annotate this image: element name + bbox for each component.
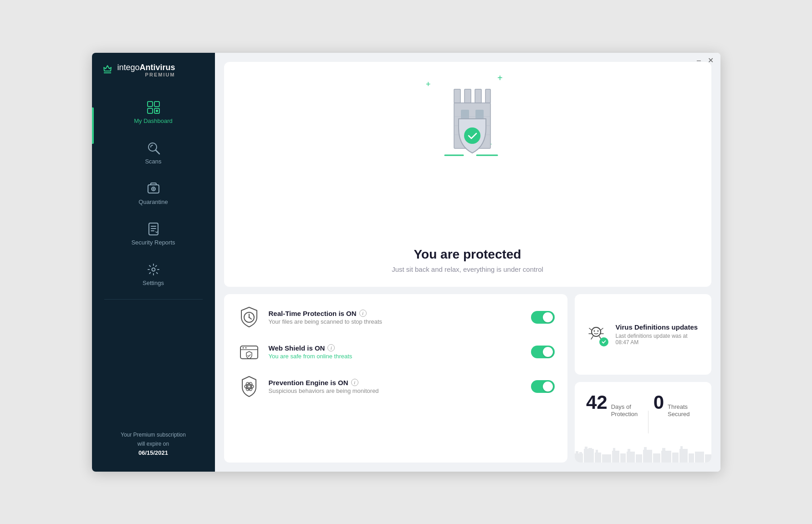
virus-check-badge xyxy=(599,337,608,346)
threats-label: Threats Secured xyxy=(668,403,700,419)
svg-rect-20 xyxy=(485,89,490,103)
sidebar-nav: My Dashboard Scans xyxy=(92,92,215,295)
hero-card: + + + xyxy=(224,62,711,287)
svg-rect-53 xyxy=(585,447,587,449)
svg-rect-67 xyxy=(661,451,671,463)
realtime-protection-title: Real-Time Protection is ON i xyxy=(269,310,524,317)
webshield-info-icon[interactable]: i xyxy=(327,344,335,351)
prevention-text: Prevention Engine is ON i Suspicious beh… xyxy=(269,379,524,394)
security-reports-icon xyxy=(146,222,161,236)
hero-text: You are protected Just sit back and rela… xyxy=(392,247,543,273)
sidebar-item-security-reports[interactable]: Security Reports xyxy=(92,214,215,254)
svg-rect-21 xyxy=(461,110,469,120)
prevention-desc: Suspicious behaviors are being monitored xyxy=(269,387,524,394)
sidebar: intego Antivirus PREMIUM xyxy=(92,53,215,472)
realtime-toggle[interactable] xyxy=(531,311,555,324)
prevention-toggle[interactable] xyxy=(531,380,555,393)
settings-icon xyxy=(146,262,161,277)
threats-secured-stat: 0 Threats Secured xyxy=(654,393,700,419)
prevention-icon-wrap xyxy=(237,374,261,399)
svg-rect-71 xyxy=(680,446,683,449)
sidebar-divider xyxy=(104,299,203,300)
svg-rect-0 xyxy=(148,102,153,107)
svg-rect-49 xyxy=(575,453,583,463)
logo-icon xyxy=(101,63,114,78)
sidebar-item-quarantine[interactable]: Quarantine xyxy=(92,173,215,214)
sidebar-item-scans-label: Scans xyxy=(145,158,161,165)
hero-title: You are protected xyxy=(392,247,543,262)
sidebar-item-settings-label: Settings xyxy=(143,280,164,286)
days-number: 42 xyxy=(586,393,608,412)
svg-point-42 xyxy=(597,331,598,332)
close-button[interactable]: ✕ xyxy=(708,57,714,64)
webshield-toggle[interactable] xyxy=(531,346,555,358)
hero-subtitle: Just sit back and relax, everything is u… xyxy=(392,265,543,273)
svg-rect-55 xyxy=(595,453,601,463)
scans-icon xyxy=(146,141,161,155)
right-column: Virus Definitions updates Last definitio… xyxy=(575,294,711,463)
svg-rect-1 xyxy=(154,102,159,107)
webshield-title: Web Shield is ON i xyxy=(269,344,524,352)
realtime-protection-text: Real-Time Protection is ON i Your files … xyxy=(269,310,524,325)
svg-rect-61 xyxy=(627,452,635,463)
svg-line-47 xyxy=(591,336,593,339)
svg-point-40 xyxy=(592,327,601,336)
webshield-item: Web Shield is ON i You are safe from onl… xyxy=(237,340,555,364)
threats-number: 0 xyxy=(654,393,664,412)
prevention-item: Prevention Engine is ON i Suspicious beh… xyxy=(237,374,555,399)
virus-def-desc: Last definitions update was at 08:47 AM xyxy=(616,333,702,346)
svg-rect-69 xyxy=(672,453,679,463)
logo-text: intego Antivirus PREMIUM xyxy=(117,63,175,78)
svg-rect-73 xyxy=(695,452,704,463)
svg-point-41 xyxy=(593,331,595,332)
subscription-date: 06/15/2021 xyxy=(138,449,168,456)
svg-line-44 xyxy=(601,328,603,330)
prevention-info-icon[interactable]: i xyxy=(351,379,358,386)
svg-rect-19 xyxy=(475,89,481,103)
protection-card: Real-Time Protection is ON i Your files … xyxy=(224,294,567,463)
days-protection-stat: 42 Days of Protection xyxy=(586,393,643,419)
virus-def-title: Virus Definitions updates xyxy=(616,323,702,331)
sidebar-item-scans[interactable]: Scans xyxy=(92,132,215,173)
svg-rect-65 xyxy=(644,447,647,450)
app-logo: intego Antivirus PREMIUM xyxy=(92,53,215,87)
virus-def-text: Virus Definitions updates Last definitio… xyxy=(616,323,702,346)
svg-rect-52 xyxy=(584,449,594,463)
svg-rect-54 xyxy=(588,448,592,449)
sidebar-item-quarantine-label: Quarantine xyxy=(138,198,168,205)
svg-point-27 xyxy=(464,127,480,144)
svg-rect-66 xyxy=(653,453,660,463)
svg-rect-58 xyxy=(612,451,619,463)
realtime-info-icon[interactable]: i xyxy=(359,310,367,317)
app-window: – ✕ intego Antivirus PREMIUM xyxy=(92,53,720,472)
title-bar: – ✕ xyxy=(689,53,720,68)
realtime-protection-desc: Your files are being scanned to stop thr… xyxy=(269,318,524,325)
dashboard-icon xyxy=(146,100,161,115)
svg-point-34 xyxy=(242,347,244,348)
sidebar-item-dashboard[interactable]: My Dashboard xyxy=(92,92,215,132)
minimize-button[interactable]: – xyxy=(696,57,702,64)
hero-illustration: + + + xyxy=(418,66,518,167)
quarantine-icon xyxy=(146,181,161,196)
svg-point-36 xyxy=(248,385,250,388)
svg-rect-56 xyxy=(596,450,598,453)
svg-rect-72 xyxy=(689,453,694,463)
svg-rect-57 xyxy=(602,454,611,463)
logo-intego: intego xyxy=(117,63,140,72)
svg-rect-4 xyxy=(156,110,158,112)
svg-rect-22 xyxy=(475,110,484,120)
svg-rect-70 xyxy=(679,449,688,463)
sidebar-item-settings[interactable]: Settings xyxy=(92,254,215,295)
logo-premium: PREMIUM xyxy=(117,72,175,77)
subscription-info: Your Premium subscription will expire on… xyxy=(112,426,195,462)
sidebar-item-dashboard-label: My Dashboard xyxy=(134,117,173,124)
webshield-text: Web Shield is ON i You are safe from onl… xyxy=(269,344,524,360)
prevention-title: Prevention Engine is ON i xyxy=(269,379,524,387)
realtime-protection-item: Real-Time Protection is ON i Your files … xyxy=(237,305,555,330)
svg-rect-63 xyxy=(636,454,642,463)
svg-text:+: + xyxy=(426,80,431,89)
svg-rect-62 xyxy=(628,449,630,452)
active-nav-indicator xyxy=(92,107,94,144)
logo-antivirus: Antivirus xyxy=(140,63,175,72)
svg-rect-50 xyxy=(576,451,578,453)
